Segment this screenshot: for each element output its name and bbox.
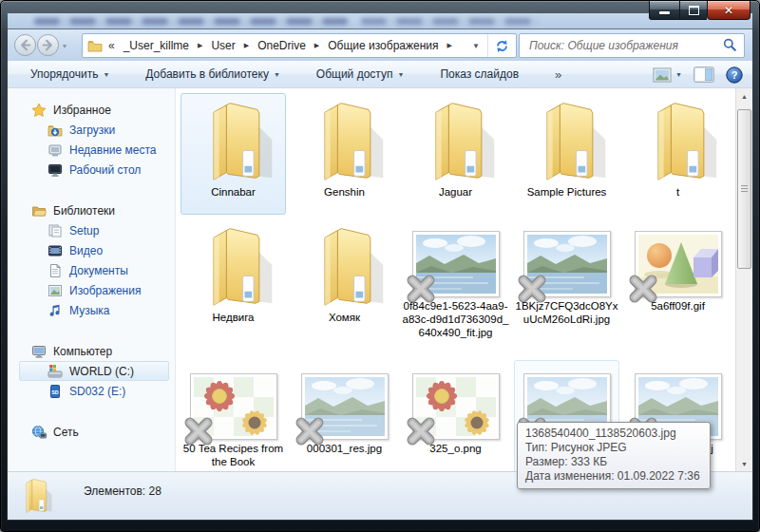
address-bar[interactable]: «_User_killme▶User▶OneDrive▶Общие изобра…	[82, 33, 517, 58]
breadcrumb-segment[interactable]: User	[205, 36, 240, 55]
sidebar-item[interactable]: Изображения	[8, 280, 175, 300]
breadcrumb-overflow[interactable]: «	[106, 37, 118, 54]
close-button[interactable]: ✕	[707, 1, 750, 20]
file-name-label: Cinnabar	[180, 185, 287, 199]
hard-drive-icon	[48, 364, 63, 379]
folder-item[interactable]: Sample Pictures	[511, 96, 622, 199]
folder-icon	[16, 476, 54, 518]
toolbar-button[interactable]: Упорядочить▼	[27, 65, 113, 84]
blurred-background-text	[34, 18, 348, 25]
breadcrumb-segment[interactable]: _User_killme	[118, 36, 195, 55]
image-file-item[interactable]: 0f84c9e1-5623-4aa9-a83c-d9d1d736309d_640…	[400, 221, 511, 339]
search-input[interactable]	[527, 36, 712, 55]
breadcrumb-arrow-icon[interactable]: ▶	[445, 42, 455, 49]
file-name-label: Недвига	[180, 311, 287, 324]
scroll-up-button[interactable]: ▲	[736, 88, 752, 104]
toolbar-buttons: Упорядочить▼Добавить в библиотеку▼Общий …	[27, 65, 551, 84]
navigation-bar: ▾ «_User_killme▶User▶OneDrive▶Общие изоб…	[8, 29, 752, 62]
folder-item[interactable]: Genshin	[289, 96, 400, 199]
infotip-line: Размер: 333 КБ	[525, 455, 700, 469]
toolbar-button-label: Упорядочить	[30, 67, 98, 81]
sidebar-item[interactable]: Рабочий стол	[8, 160, 175, 180]
network-icon	[31, 425, 47, 440]
address-dropdown-icon[interactable]: ▼	[465, 42, 487, 50]
sidebar-section-label: Избранное	[53, 104, 111, 117]
image-thumbnail	[412, 231, 500, 297]
breadcrumb-segment[interactable]: Общие изображения	[322, 36, 444, 55]
image-file-item[interactable]: 000301_res.jpg	[289, 364, 400, 468]
toolbar-overflow-chevron[interactable]: »	[555, 67, 561, 82]
sidebar-section-network[interactable]: Сеть	[8, 422, 175, 442]
toolbar-button[interactable]: Добавить в библиотеку▼	[142, 65, 283, 84]
sidebar-item-label: Музыка	[69, 304, 109, 317]
sidebar-item[interactable]: Setup	[8, 220, 175, 240]
sidebar-item[interactable]: SDSD032 (E:)	[8, 381, 175, 401]
screenshot: ✕ ▾ «_User_killme▶User▶OneDrive▶Общие из…	[0, 0, 760, 532]
sidebar-item[interactable]: Видео	[8, 240, 175, 260]
folder-icon	[412, 96, 500, 183]
sidebar-section-computer[interactable]: Компьютер	[8, 341, 175, 361]
toolbar-button-label: Показ слайдов	[440, 67, 519, 81]
file-name-label: Genshin	[292, 185, 398, 199]
breadcrumb-arrow-icon[interactable]: ▶	[195, 42, 205, 49]
folder-item[interactable]: Cinnabar	[178, 96, 289, 199]
folder-item[interactable]: Недвига	[178, 221, 289, 339]
music-icon	[48, 303, 63, 318]
file-name-label: t	[625, 185, 732, 199]
folder-item[interactable]: t	[622, 96, 733, 199]
video-icon	[48, 243, 63, 258]
image-file-item[interactable]: 325_o.png	[400, 364, 511, 468]
toolbar-button[interactable]: Общий доступ▼	[313, 65, 408, 84]
image-thumbnail	[301, 373, 389, 440]
image-file-item[interactable]: 5a6ff09f.gif	[622, 221, 733, 339]
aero-glass-band	[8, 13, 752, 29]
sidebar-section-libraries[interactable]: Библиотеки	[8, 200, 175, 220]
scrollbar-thumb[interactable]	[737, 109, 751, 269]
sidebar-item-label: Видео	[69, 244, 103, 257]
file-name-label: Sample Pictures	[514, 185, 620, 199]
infotip-filename: 1368540400_1138520603.jpg	[525, 427, 700, 441]
search-icon[interactable]	[723, 38, 737, 56]
svg-text:?: ?	[732, 69, 738, 81]
folder-icon	[635, 96, 722, 183]
maximize-button[interactable]	[680, 1, 707, 20]
file-name-label: 000301_res.jpg	[292, 442, 398, 455]
blurred-background-text	[361, 18, 540, 25]
sidebar-item-label: SD032 (E:)	[69, 385, 125, 398]
toolbar-button[interactable]: Показ слайдов	[436, 65, 522, 84]
sidebar-section-star[interactable]: Избранное	[8, 100, 175, 120]
help-button[interactable]: ?	[726, 66, 743, 84]
infotip-line: Дата изменения: 01.09.2022 7:36	[525, 469, 700, 484]
sidebar-item[interactable]: Недавние места	[8, 140, 175, 160]
preview-pane-button[interactable]	[694, 66, 714, 83]
views-button[interactable]: ▼	[653, 67, 682, 83]
sidebar-item[interactable]: Музыка	[8, 300, 175, 320]
sidebar-item[interactable]: WORLD (C:)	[19, 361, 169, 381]
file-name-label: 325_o.png	[403, 442, 509, 455]
file-infotip: 1368540400_1138520603.jpg Тип: Рисунок J…	[517, 422, 711, 489]
breadcrumb-segment[interactable]: OneDrive	[252, 36, 312, 55]
folder-item[interactable]: Хомяк	[289, 221, 400, 339]
vertical-scrollbar[interactable]: ▲ ▼	[735, 88, 752, 472]
file-name-label: 0f84c9e1-5623-4aa9-a83c-d9d1d736309d_640…	[403, 299, 509, 339]
forward-button[interactable]	[36, 33, 60, 57]
back-button[interactable]	[13, 33, 37, 57]
refresh-button[interactable]	[487, 34, 516, 57]
breadcrumb-arrow-icon[interactable]: ▶	[241, 42, 252, 49]
sidebar-item[interactable]: Загрузки	[8, 120, 175, 140]
image-file-item[interactable]: 1BKjz7CFQ3dcO8YxuUcM26oLdRi.jpg	[511, 221, 622, 339]
file-name-label: 1BKjz7CFQ3dcO8YxuUcM26oLdRi.jpg	[514, 299, 620, 326]
file-row: Cinnabar Genshin Jaguar Sample Pictures …	[178, 96, 733, 199]
file-list[interactable]: Cinnabar Genshin Jaguar Sample Pictures …	[177, 88, 736, 472]
explorer-main: ИзбранноеЗагрузкиНедавние местаРабочий с…	[8, 88, 752, 472]
minimize-button[interactable]	[649, 1, 680, 20]
history-chevron-icon[interactable]: ▾	[63, 42, 66, 50]
scroll-down-button[interactable]: ▼	[736, 456, 752, 472]
explorer-window: ✕ ▾ «_User_killme▶User▶OneDrive▶Общие из…	[0, 0, 760, 532]
svg-text:SD: SD	[51, 390, 59, 395]
breadcrumb-arrow-icon[interactable]: ▶	[312, 42, 322, 49]
image-file-item[interactable]: 50 Tea Recipes from the Book	[178, 364, 289, 468]
chevron-down-icon: ▼	[274, 71, 280, 78]
sidebar-item[interactable]: Документы	[8, 260, 175, 280]
folder-item[interactable]: Jaguar	[400, 96, 511, 199]
